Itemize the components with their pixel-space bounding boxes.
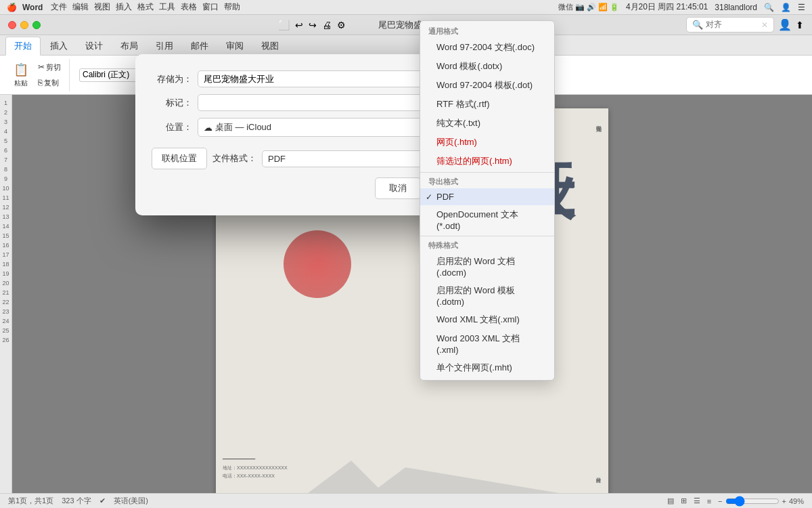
close-button[interactable] — [8, 21, 16, 29]
layout-icon-2[interactable]: ⊞ — [681, 496, 687, 505]
format-dotm[interactable]: 启用宏的 Word 模板(.dotm) — [420, 281, 554, 310]
format-htm-filtered-label: 筛选过的网页(.htm) — [436, 155, 512, 167]
tab-start[interactable]: 开始 — [5, 37, 41, 56]
format-odt[interactable]: OpenDocument 文本(*.odt) — [420, 205, 554, 234]
format-dotx[interactable]: Word 模板(.dotx) — [420, 57, 554, 76]
format-txt[interactable]: 纯文本(.txt) — [420, 114, 554, 133]
ruler-mark-21: 21 — [0, 288, 12, 297]
status-bar: 第1页，共1页 323 个字 ✔ 英语(美国) ▤ ⊞ ☰ ≡ − + 49% — [0, 493, 812, 508]
filename-label: 存储为： — [152, 73, 192, 85]
title-bar-left: 🍎 Word 文件 编辑 视图 插入 格式 工具 表格 窗口 帮助 — [7, 1, 240, 13]
copy-button[interactable]: ⎘ 复制 — [34, 76, 65, 90]
tab-layout[interactable]: 布局 — [112, 37, 146, 55]
toolbar-icon-5[interactable]: ⚙ — [337, 20, 346, 30]
copy-icon: ⎘ — [38, 78, 43, 87]
ruler-mark-7: 7 — [0, 155, 12, 165]
datetime: 4月20日 周四 21:45:01 — [626, 1, 708, 13]
special-format-section-label: 特殊格式 — [420, 238, 554, 252]
format-docm[interactable]: 启用宏的 Word 文档(.docm) — [420, 252, 554, 281]
paste-button[interactable]: 📋 粘贴 — [9, 60, 32, 90]
ruler-mark-12: 12 — [0, 203, 12, 212]
separator-2 — [420, 236, 554, 236]
format-pdf[interactable]: ✓ PDF — [420, 188, 554, 205]
maximize-button[interactable] — [32, 21, 41, 29]
layout-icon-1[interactable]: ▤ — [667, 496, 674, 505]
format-rtf-label: RTF 格式(.rtf) — [436, 98, 489, 110]
search-icon[interactable]: 🔍 — [764, 3, 774, 12]
paste-label: 粘贴 — [14, 79, 28, 88]
menu-item-help[interactable]: 帮助 — [224, 1, 240, 13]
zoom-in-icon[interactable]: + — [782, 497, 786, 505]
menu-item-window[interactable]: 窗口 — [202, 1, 219, 13]
page-info: 第1页，共1页 — [8, 496, 53, 506]
online-location-button[interactable]: 联机位置 — [152, 148, 207, 169]
menu-item-edit[interactable]: 编辑 — [72, 1, 89, 13]
user-icon-2[interactable]: 👤 — [778, 18, 792, 31]
tab-ref[interactable]: 引用 — [148, 37, 181, 55]
zoom-out-icon[interactable]: − — [718, 497, 722, 505]
toolbar-icon-1[interactable]: ⬜ — [278, 20, 290, 30]
format-docm-label: 启用宏的 Word 文档(.docm) — [436, 255, 541, 278]
layout-icon-3[interactable]: ☰ — [694, 496, 700, 505]
doc-check-icon[interactable]: ✔ — [99, 496, 106, 505]
format-htm-filtered[interactable]: 筛选过的网页(.htm) — [420, 152, 554, 171]
ruler-mark-1: 1 — [0, 98, 12, 108]
user-icon[interactable]: 👤 — [781, 3, 791, 12]
clipboard-group: 📋 粘贴 ✂ 剪切 ⎘ 复制 — [5, 59, 70, 91]
format-pdf-label: PDF — [436, 192, 454, 202]
ruler-mark-22: 22 — [0, 297, 12, 307]
ruler-mark-5: 5 — [0, 136, 12, 146]
language: 英语(美国) — [114, 496, 148, 506]
menu-item-insert[interactable]: 插入 — [116, 1, 132, 13]
search-box[interactable]: 🔍 对齐 ✕ — [686, 17, 774, 33]
format-htm[interactable]: 网页(.htm) — [420, 133, 554, 152]
format-odt-label: OpenDocument 文本(*.odt) — [436, 209, 541, 231]
cancel-button[interactable]: 取消 — [375, 177, 421, 199]
vertical-ruler: 1 2 3 4 5 6 7 8 9 10 11 12 13 14 15 16 1… — [0, 95, 12, 508]
format-doc[interactable]: Word 97-2004 文档(.doc) — [420, 38, 554, 57]
menu-item-view[interactable]: 视图 — [94, 1, 110, 13]
ribbon-tabs: 开始 插入 设计 布局 引用 邮件 审阅 视图 — [0, 35, 812, 56]
location-label: 位置： — [152, 121, 192, 133]
traffic-lights — [8, 21, 41, 29]
toolbar-icon-4[interactable]: 🖨 — [322, 20, 332, 30]
format-dot[interactable]: Word 97-2004 模板(.dot) — [420, 76, 554, 95]
tab-review[interactable]: 审阅 — [218, 37, 252, 55]
menu-item-format[interactable]: 格式 — [137, 1, 154, 13]
format-mht-label: 单个文件网页(.mht) — [436, 362, 512, 374]
search-icon-small: 🔍 — [692, 20, 703, 30]
tab-design[interactable]: 设计 — [77, 37, 111, 55]
format-value: PDF — [268, 154, 286, 164]
tab-view[interactable]: 视图 — [253, 37, 287, 55]
toolbar-icon-2[interactable]: ↩ — [295, 20, 303, 30]
menu-item-tools[interactable]: 工具 — [159, 1, 175, 13]
apple-icon[interactable]: 🍎 — [7, 3, 17, 12]
menu-item-file[interactable]: 文件 — [51, 1, 67, 13]
tab-mail[interactable]: 邮件 — [183, 37, 217, 55]
menu-item-table[interactable]: 表格 — [181, 1, 197, 13]
format-label: 文件格式： — [212, 152, 256, 165]
clear-search-icon[interactable]: ✕ — [761, 20, 768, 30]
tab-insert[interactable]: 插入 — [42, 37, 76, 55]
zoom-level: 49% — [789, 497, 804, 505]
format-xml[interactable]: Word XML 文档(.xml) — [420, 310, 554, 329]
ruler-mark-10: 10 — [0, 184, 12, 193]
format-htm-label: 网页(.htm) — [436, 136, 477, 148]
paste-icon: 📋 — [14, 62, 28, 77]
format-xml2003[interactable]: Word 2003 XML 文档(.xml) — [420, 329, 554, 358]
menu-icon[interactable]: ☰ — [798, 3, 805, 12]
status-right: ▤ ⊞ ☰ ≡ − + 49% — [667, 496, 804, 507]
share-icon[interactable]: ⬆ — [796, 20, 804, 30]
layout-icon-4[interactable]: ≡ — [707, 497, 711, 505]
format-rtf[interactable]: RTF 格式(.rtf) — [420, 95, 554, 114]
format-mht[interactable]: 单个文件网页(.mht) — [420, 358, 554, 377]
format-xml-label: Word XML 文档(.xml) — [436, 314, 520, 326]
toolbar-icon-3[interactable]: ↪ — [309, 20, 317, 30]
title-bar-right: 微信 📷 🔊 📶 🔋 4月20日 周四 21:45:01 318landlord… — [558, 1, 805, 13]
ruler-mark-18: 18 — [0, 259, 12, 269]
cut-button[interactable]: ✂ 剪切 — [34, 60, 65, 75]
check-icon: ✓ — [426, 192, 432, 202]
zoom-slider[interactable] — [725, 496, 780, 507]
minimize-button[interactable] — [20, 21, 28, 29]
format-dotm-label: 启用宏的 Word 模板(.dotm) — [436, 284, 541, 307]
